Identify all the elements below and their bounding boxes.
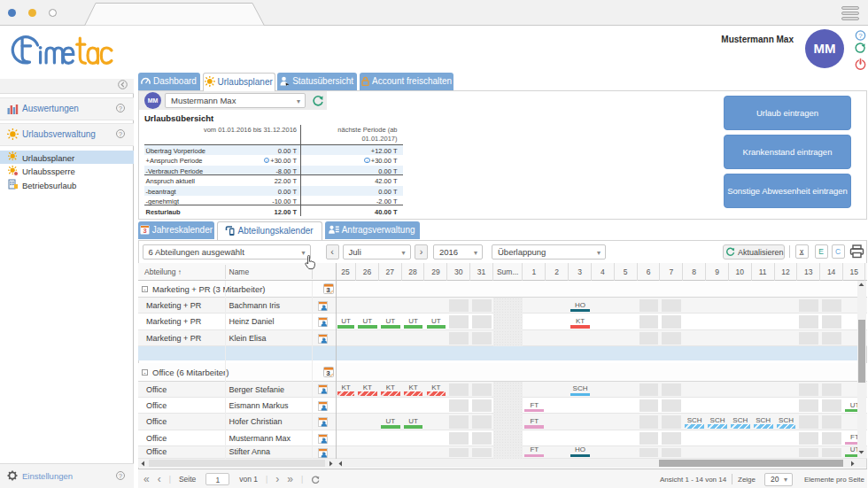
svg-text:?: ? bbox=[858, 32, 863, 40]
svg-text:3: 3 bbox=[143, 227, 146, 235]
